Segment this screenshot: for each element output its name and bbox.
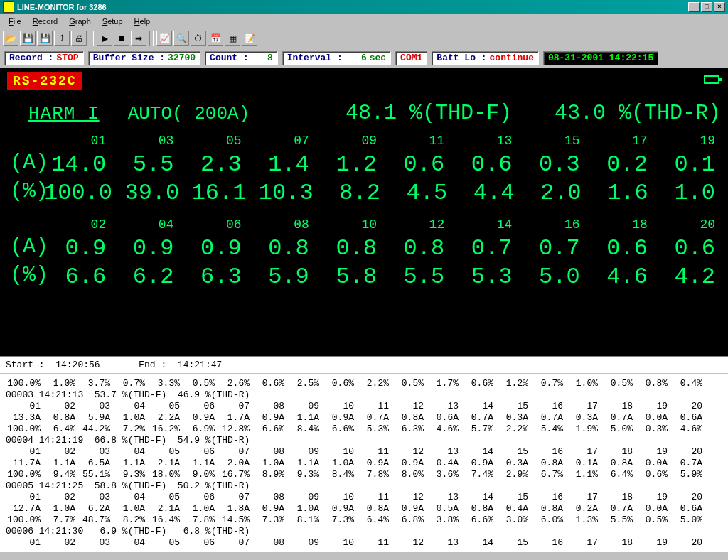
log-cell: 4.6% <box>424 424 459 435</box>
log-cell: 6.6% <box>319 424 354 435</box>
settings-icon[interactable]: 📝 <box>242 31 257 46</box>
buffer-box: Buffer Size : 32700 <box>88 51 200 65</box>
harmonic-header: 07 <box>247 134 315 151</box>
rs232-badge: RS-232C <box>7 72 82 90</box>
mode-label: HARM_I <box>28 103 100 124</box>
log-cell: 03 <box>75 401 110 412</box>
log-cell: 05 <box>145 537 180 549</box>
log-cell: 10 <box>319 492 354 503</box>
count-label: Count : <box>210 53 249 63</box>
record-label: Record : <box>9 53 53 63</box>
log-cell: 0.8A <box>389 412 424 424</box>
record-start-icon[interactable]: ▶ <box>97 31 112 46</box>
log-cell: 48.7% <box>75 515 110 526</box>
start-label: Start : <box>6 360 45 370</box>
log-cell: 0.9A <box>319 503 354 515</box>
menu-help[interactable]: Help <box>129 16 156 27</box>
count-box: Count : 8 <box>205 51 278 65</box>
log-cell: 6.6% <box>250 424 284 435</box>
log-cell: 18 <box>598 446 633 458</box>
harmonic-value: 0.1 <box>653 151 721 179</box>
save-icon[interactable]: 💾 <box>20 31 36 46</box>
log-cell: 15 <box>493 537 528 549</box>
menu-record[interactable]: Record <box>27 16 63 27</box>
row-label-A2: (A) <box>10 235 44 263</box>
log-cell: 04 <box>110 537 145 549</box>
log-cell: 5.0% <box>598 424 633 435</box>
log-cell: 10 <box>319 401 354 412</box>
log-area[interactable]: 100.0%1.0%3.7%0.7%3.3%0.5%2.6%0.6%2.5%0.… <box>0 373 728 552</box>
toolbar: 📂 💾 💾 ⤴ 🖨 ▶ ⏹ ➡ 📈 🔍 ⏱ 📅 ▦ 📝 <box>0 28 728 48</box>
search-icon[interactable]: 🔍 <box>173 31 189 46</box>
harmonic-value: 6.6 <box>44 263 112 291</box>
log-cell: 10 <box>319 537 354 549</box>
log-cell: 18 <box>598 492 633 503</box>
menu-setup[interactable]: Setup <box>97 16 129 27</box>
log-cell: 0.0A <box>633 412 668 424</box>
log-cell: 6.3% <box>389 424 424 435</box>
titlebar: LINE-MONITOR for 3286 _ □ × <box>0 0 728 14</box>
log-cell: 8.2% <box>110 515 145 526</box>
log-cell: 6.0% <box>528 515 563 526</box>
harmonic-header: 02 <box>44 217 112 235</box>
time-range: Start : 14:20:56 End : 14:21:47 <box>0 356 728 373</box>
grid-icon[interactable]: ▦ <box>225 31 240 46</box>
log-cell: 0.6A <box>668 412 702 424</box>
minimize-button[interactable]: _ <box>688 2 700 12</box>
harmonic-header: 11 <box>382 134 450 151</box>
com-box: COM1 <box>395 51 427 65</box>
log-cell: 06 <box>180 537 215 549</box>
log-cell: 2.1A <box>145 458 180 469</box>
log-cell: 11 <box>354 401 389 412</box>
log-cell: 7.3% <box>250 515 284 526</box>
log-record-header: 00004 14:21:19 66.8 %(THD-F) 54.9 %(THD-… <box>6 435 722 446</box>
window-title: LINE-MONITOR for 3286 <box>17 3 107 11</box>
save-disk-icon[interactable]: 💾 <box>37 31 53 46</box>
open-icon[interactable]: 📂 <box>3 31 18 46</box>
harmonic-header: 16 <box>518 217 585 235</box>
harmonic-header: 06 <box>179 217 247 235</box>
log-cell: 100.0% <box>6 469 41 480</box>
print-icon[interactable]: 🖨 <box>71 31 87 46</box>
log-cell: 15 <box>493 492 528 503</box>
log-cell: 04 <box>110 446 145 458</box>
range-label: AUTO( 200A) <box>128 103 250 124</box>
menu-graph[interactable]: Graph <box>63 16 97 27</box>
log-cell: 15 <box>493 401 528 412</box>
log-cell: 1.0A <box>110 503 145 515</box>
menu-file[interactable]: File <box>3 16 27 27</box>
harmonic-value: 4.2 <box>653 263 721 291</box>
log-cell: 01 <box>6 537 41 549</box>
harmonic-value: 0.9 <box>179 235 247 263</box>
log-cell: 3.3% <box>145 378 180 389</box>
chart-icon[interactable]: 📈 <box>156 31 172 46</box>
log-cell: 04 <box>110 401 145 412</box>
record-stop-icon[interactable]: ⏹ <box>114 31 129 46</box>
log-cell: 03 <box>75 492 110 503</box>
log-cell: 0.5A <box>424 503 459 515</box>
harmonic-value: 8.2 <box>319 179 386 208</box>
log-cell: 19 <box>633 401 668 412</box>
log-cell: 14 <box>459 401 493 412</box>
clock-icon[interactable]: ⏱ <box>191 31 206 46</box>
log-cell: 16.7% <box>215 469 250 480</box>
log-cell: 1.0A <box>180 503 215 515</box>
harmonic-header: 19 <box>653 134 721 151</box>
log-cell: 12 <box>389 492 424 503</box>
log-cell: 0.8A <box>598 458 633 469</box>
log-cell: 0.7% <box>528 378 563 389</box>
close-button[interactable]: × <box>714 2 725 12</box>
log-cell: 1.2% <box>493 378 528 389</box>
calendar-icon[interactable]: 📅 <box>208 31 223 46</box>
log-cell: 12.7A <box>6 503 41 515</box>
harmonic-value: 0.9 <box>44 235 112 263</box>
log-cell: 07 <box>215 537 250 549</box>
log-cell: 0.3A <box>493 412 528 424</box>
export-icon[interactable]: ⤴ <box>54 31 70 46</box>
forward-icon[interactable]: ➡ <box>131 31 146 46</box>
log-cell: 16 <box>528 446 563 458</box>
harmonic-header: 17 <box>586 134 653 151</box>
maximize-button[interactable]: □ <box>701 2 712 12</box>
log-cell: 05 <box>145 401 180 412</box>
harmonic-value: 0.7 <box>518 235 585 263</box>
